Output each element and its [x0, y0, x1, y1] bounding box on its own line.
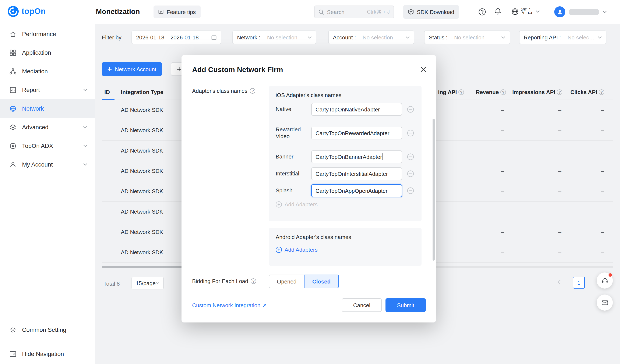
cell-integration-type: AD Network SDK — [121, 168, 163, 174]
notification-dot — [608, 273, 612, 277]
ios-add-adapters-button[interactable]: Add Adapters — [276, 201, 318, 208]
filter-label: Status : — [429, 34, 447, 41]
avatar — [554, 6, 565, 17]
sdk-download-label: SDK Download — [417, 9, 454, 15]
help-icon — [557, 89, 562, 95]
submit-button[interactable]: Submit — [386, 298, 426, 312]
sidebar-item-common-setting[interactable]: Common Setting — [0, 320, 95, 339]
filter-value: – No selection – — [358, 34, 403, 41]
interstitial-adapter-text[interactable] — [311, 167, 402, 180]
native-adapter-input[interactable] — [311, 103, 402, 116]
sidebar-label: Report — [22, 87, 40, 93]
sidebar-item-my-account[interactable]: My Account — [0, 155, 95, 174]
notifications-bell-icon[interactable] — [494, 8, 502, 15]
pagination-page-1[interactable]: 1 — [573, 277, 585, 289]
column-revenue[interactable]: Revenue — [476, 89, 506, 95]
help-icon[interactable] — [250, 88, 256, 94]
column-id[interactable]: ID — [104, 89, 110, 95]
sidebar-item-topon-adx[interactable]: TopOn ADX — [0, 136, 95, 155]
modal-scrollbar-thumb[interactable] — [433, 119, 435, 261]
column-reporting-api[interactable]: ing API — [438, 89, 464, 95]
cell-revenue: – — [494, 188, 511, 194]
cell-integration-type: AD Network SDK — [121, 229, 163, 235]
topon-logo[interactable]: topOn — [8, 6, 46, 17]
banner-adapter-text[interactable] — [311, 150, 402, 163]
language-selector[interactable]: 语言 — [512, 8, 540, 15]
custom-network-integration-link[interactable]: Custom Network Integration — [192, 302, 267, 308]
column-integration-type[interactable]: Integration Type — [121, 89, 163, 95]
cell-impressions: – — [551, 168, 568, 174]
pagination-prev-button[interactable] — [557, 280, 561, 285]
hide-navigation-label: Hide Navigation — [22, 350, 64, 357]
sidebar-label: Application — [22, 49, 51, 56]
adapter-field-rewarded-video: Rewarded Video — [276, 127, 416, 139]
filter-value: – No selection – — [450, 34, 499, 41]
sidebar-item-mediation[interactable]: Mediation — [0, 62, 95, 81]
feature-tips-button[interactable]: Feature tips — [154, 5, 200, 18]
cell-impressions: – — [551, 208, 568, 215]
table-total: Total 8 — [104, 280, 120, 287]
native-adapter-text[interactable] — [311, 103, 402, 116]
filter-network-dropdown[interactable]: Network : – No selection – — [232, 30, 316, 44]
sidebar-item-performance[interactable]: Performance — [0, 25, 95, 43]
support-button[interactable] — [597, 273, 613, 289]
sdk-download-button[interactable]: SDK Download — [403, 5, 459, 19]
sidebar-item-advanced[interactable]: Advanced — [0, 118, 95, 136]
rewarded-video-adapter-input[interactable] — [311, 127, 402, 139]
user-menu[interactable] — [554, 6, 607, 17]
remove-banner-adapter-button[interactable] — [407, 153, 414, 160]
cell-integration-type: AD Network SDK — [121, 107, 163, 113]
help-icon[interactable] — [478, 8, 486, 16]
remove-rewarded-adapter-button[interactable] — [407, 130, 414, 136]
filter-label: Reporting API : — [524, 34, 561, 41]
android-add-adapters-button[interactable]: Add Adapters — [276, 247, 318, 253]
cell-revenue: – — [494, 107, 511, 113]
banner-adapter-input[interactable] — [311, 150, 402, 163]
field-label: Native — [276, 106, 311, 113]
column-impressions-api[interactable]: Impressions API — [512, 89, 562, 95]
cell-integration-type: AD Network SDK — [121, 188, 163, 194]
add-network-account-button[interactable]: Network Account — [102, 62, 162, 76]
help-icon[interactable] — [251, 278, 256, 284]
filter-account-dropdown[interactable]: Account : – No selection – — [328, 30, 414, 44]
page-size-select[interactable]: 15/page — [131, 277, 164, 290]
chevron-down-icon — [308, 36, 312, 39]
close-icon[interactable] — [420, 66, 427, 73]
chevron-down-icon — [501, 36, 506, 39]
splash-adapter-text[interactable] — [311, 184, 402, 197]
cell-clicks: – — [594, 147, 611, 154]
sidebar-item-report[interactable]: Report — [0, 81, 95, 99]
search-shortcut: Ctrl/⌘ + J — [367, 9, 390, 15]
bidding-for-each-load-label: Bidding For Each Load — [192, 278, 256, 284]
add-adapters-label: Add Adapters — [285, 201, 318, 208]
remove-native-adapter-button[interactable] — [407, 106, 414, 113]
sidebar-label: Network — [22, 105, 44, 112]
filter-status-dropdown[interactable]: Status : – No selection – — [424, 30, 510, 44]
search-input[interactable]: Search Ctrl/⌘ + J — [314, 5, 394, 18]
bidding-opened-option[interactable]: Opened — [269, 275, 305, 288]
external-link-icon — [263, 303, 267, 307]
cell-revenue: – — [494, 168, 511, 174]
splash-adapter-input[interactable] — [311, 184, 402, 197]
plus-icon — [177, 67, 182, 72]
interstitial-adapter-input[interactable] — [311, 167, 402, 180]
bidding-closed-option[interactable]: Closed — [304, 275, 339, 288]
feature-tips-label: Feature tips — [167, 9, 196, 15]
rewarded-video-adapter-text[interactable] — [311, 127, 402, 139]
report-chart-icon — [9, 86, 16, 93]
cell-impressions: – — [551, 107, 568, 113]
adapter-field-interstitial: Interstitial — [276, 167, 416, 180]
sidebar-item-application[interactable]: Application — [0, 43, 95, 62]
column-clicks-api[interactable]: Clicks API — [570, 89, 604, 95]
remove-splash-adapter-button[interactable] — [407, 187, 414, 194]
feedback-button[interactable] — [597, 294, 613, 311]
cell-clicks: – — [594, 208, 611, 215]
sidebar-item-network[interactable]: Network — [0, 99, 95, 118]
remove-interstitial-adapter-button[interactable] — [407, 170, 414, 177]
date-range-picker[interactable]: 2026-01-18 – 2026-01-18 — [131, 30, 221, 44]
filter-reporting-api-dropdown[interactable]: Reporting API : – No selection — [519, 30, 606, 44]
mediation-nodes-icon — [9, 68, 16, 75]
cancel-button[interactable]: Cancel — [342, 298, 382, 312]
hide-navigation-button[interactable]: Hide Navigation — [0, 345, 95, 363]
cell-revenue: – — [494, 208, 511, 215]
